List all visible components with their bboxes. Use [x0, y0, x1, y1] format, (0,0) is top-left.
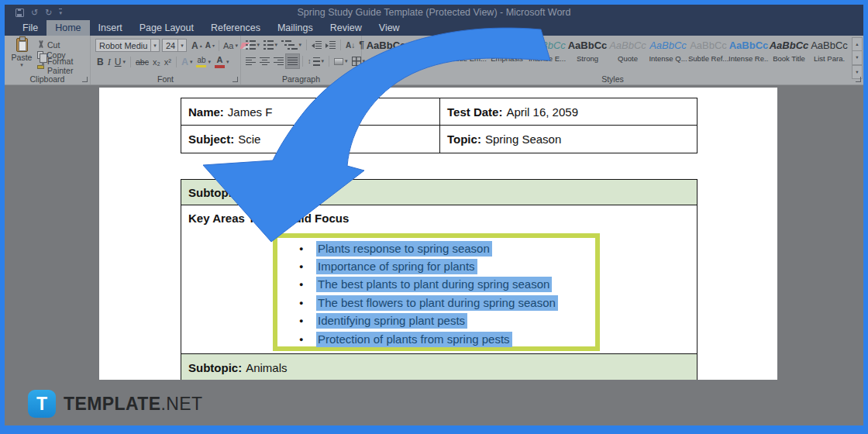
tab-references[interactable]: References [202, 20, 269, 36]
multilevel-list-dropdown-icon: ▾ [299, 42, 302, 48]
style-item[interactable]: AaBbCcIntense Re... [728, 37, 769, 70]
styles-gallery-scrollbar[interactable]: ▴ ▾ ▾ [852, 37, 863, 79]
font-color-button[interactable]: A ▾ [213, 55, 231, 69]
paragraph-group-label: Paragraph [241, 74, 361, 84]
key-areas-heading: Key Areas You Should Focus [188, 212, 349, 225]
tab-page-layout[interactable]: Page Layout [131, 20, 202, 36]
subtopic-row-animals[interactable]: Subtopic: Animals [181, 354, 697, 380]
cut-button[interactable]: Cut [37, 40, 60, 50]
style-item[interactable]: AaBbCcac... [366, 37, 406, 70]
shading-icon [334, 58, 343, 65]
style-preview: AaBbCc [527, 37, 567, 54]
focus-list-item[interactable]: ●The best plants to plant during spring … [299, 276, 595, 294]
bullet-icon: ● [299, 317, 316, 325]
tab-view[interactable]: View [370, 20, 408, 36]
style-item[interactable]: AaBbCcList Para. [809, 37, 849, 70]
tab-file[interactable]: File [14, 20, 46, 36]
focus-item-text: Importance of spring for plants [316, 259, 477, 274]
style-item[interactable]: AaBbCcSubtle Ref... [688, 37, 728, 70]
copy-icon [37, 51, 43, 59]
underline-button[interactable]: U▾ [113, 55, 127, 69]
strikethrough-button[interactable]: abc [134, 55, 150, 69]
tab-review[interactable]: Review [322, 20, 370, 36]
focus-list-item[interactable]: ●Identifying spring plant pests [299, 312, 595, 330]
styles-scroll-down-icon[interactable]: ▾ [852, 51, 862, 64]
clipboard-group-label: Clipboard [5, 74, 90, 84]
align-left-button[interactable] [244, 54, 257, 68]
superscript-button[interactable]: x² [163, 55, 173, 69]
style-item[interactable]: AaBbCcEmphasis [487, 37, 527, 70]
topic-label: Topic: [447, 133, 481, 146]
font-name-combo[interactable]: Robot Mediu ▾ [95, 39, 160, 52]
font-size-combo[interactable]: 24 ▾ [162, 39, 187, 52]
bold-button[interactable]: B [95, 55, 105, 69]
focus-list-item[interactable]: ●Protection of plants from spring pests [299, 330, 595, 348]
increase-indent-button[interactable] [324, 38, 337, 52]
align-center-button[interactable] [258, 54, 271, 68]
align-center-icon [260, 57, 270, 66]
font-group-label: Font [91, 74, 240, 84]
bullet-list-dropdown-icon: ▾ [257, 42, 260, 48]
bullet-list-button[interactable]: ▾ [244, 38, 261, 52]
subject-cell[interactable]: Subject: Scie [181, 126, 440, 153]
font-group: Robot Mediu ▾ 24 ▾ A▴ A▾ Aa▾ B I U▾ abc … [91, 36, 241, 84]
word-window: ↺ ↻ ▾ Spring Study Guide Template (Prote… [5, 5, 863, 425]
focus-list-item[interactable]: ●Plants response to spring season [299, 239, 595, 257]
tab-mailings[interactable]: Mailings [269, 20, 322, 36]
shrink-font-button[interactable]: A▾ [204, 39, 216, 53]
document-page[interactable]: Name: James F Test Date: April 16, 2059 … [99, 88, 777, 380]
styles-dialog-launcher-icon[interactable] [856, 77, 861, 82]
scissors-icon [37, 40, 44, 49]
highlight-dropdown-icon: ▾ [208, 59, 211, 65]
style-item[interactable]: AaBbCcIntense Q... [648, 37, 688, 70]
topic-cell[interactable]: Topic: Spring Season [440, 126, 697, 153]
bullet-list-icon [246, 40, 256, 50]
line-spacing-button[interactable]: ↕ ▾ [306, 54, 326, 68]
text-effects-button[interactable]: A▾ [180, 55, 195, 69]
tab-home[interactable]: Home [46, 20, 89, 36]
template-logo-icon: T [28, 390, 56, 418]
styles-scroll-up-icon[interactable]: ▴ [852, 38, 862, 51]
multilevel-list-button[interactable]: ▾ [280, 38, 303, 52]
style-preview: AaBbCc [608, 37, 648, 54]
italic-button[interactable]: I [106, 55, 112, 69]
align-right-button[interactable] [272, 54, 285, 68]
numbered-list-dropdown-icon: ▾ [275, 42, 278, 48]
style-preview: AaBbCc [809, 37, 849, 54]
change-case-button[interactable]: Aa▾ [222, 39, 239, 53]
tab-insert[interactable]: Insert [90, 20, 131, 36]
style-item[interactable]: AaBbCcHeading 7 [406, 37, 446, 70]
style-item[interactable]: AaBbCcBook Title [769, 37, 809, 70]
font-dialog-launcher-icon[interactable] [232, 77, 238, 82]
shading-button[interactable]: ▾ [332, 54, 350, 68]
name-value: James F [228, 105, 273, 119]
numbered-list-button[interactable]: ▾ [262, 38, 279, 52]
paste-button[interactable]: Paste ▾ [9, 38, 35, 71]
subscript-button[interactable]: x₂ [151, 55, 162, 69]
paragraph-dialog-launcher-icon[interactable] [353, 77, 359, 82]
format-painter-button[interactable]: Format Painter [37, 60, 90, 71]
style-item[interactable]: AaBbCcSubtle Em... [446, 37, 487, 70]
style-label: List Para. [809, 54, 849, 63]
grow-font-button[interactable]: A▴ [190, 39, 204, 53]
decrease-indent-button[interactable] [310, 38, 323, 52]
style-item[interactable]: AaBbCcQuote [608, 37, 648, 70]
key-areas-cell[interactable]: Key Areas You Should Focus ●Plants respo… [181, 205, 697, 354]
style-item[interactable]: AaBbCcIntense E... [527, 37, 567, 70]
bullet-icon: ● [299, 281, 316, 288]
name-cell[interactable]: Name: James F [181, 98, 440, 125]
align-right-icon [274, 57, 284, 66]
subtopic-table: Subtopic: Key Areas You Should Focus ●Pl… [181, 179, 698, 380]
test-date-value: April 16, 2059 [506, 105, 578, 119]
highlight-color-button[interactable]: ab ▾ [195, 55, 212, 69]
focus-list-item[interactable]: ●The best flowers to plant during spring… [299, 294, 595, 312]
focus-list-item[interactable]: ●Importance of spring for plants [299, 257, 595, 275]
subtopic-row-plants[interactable]: Subtopic: [181, 180, 697, 205]
cut-label: Cut [47, 40, 60, 50]
style-item[interactable]: AaBbCcStrong [567, 37, 608, 70]
clipboard-dialog-launcher-icon[interactable] [82, 77, 88, 82]
strikethrough-icon: abc [136, 57, 149, 67]
justify-button[interactable] [286, 54, 299, 68]
test-date-cell[interactable]: Test Date: April 16, 2059 [440, 98, 697, 125]
sort-button[interactable]: A↓ [344, 38, 356, 52]
